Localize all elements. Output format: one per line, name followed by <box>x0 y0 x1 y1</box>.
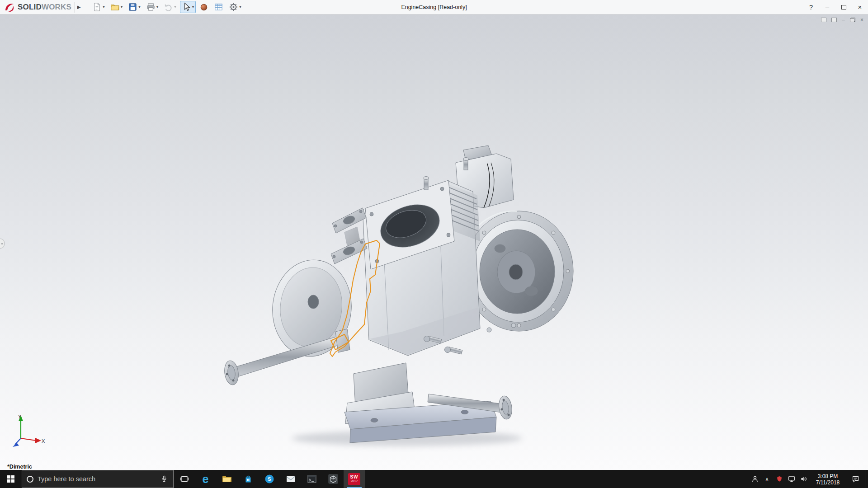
task-view-button[interactable] <box>174 470 195 488</box>
document-window-controls: – × <box>821 17 863 23</box>
appearance-button[interactable] <box>198 1 210 13</box>
svg-text:S: S <box>268 476 271 482</box>
mail-button[interactable] <box>280 470 301 488</box>
file-explorer-icon <box>222 474 232 484</box>
dropdown-caret[interactable]: ▾ <box>138 5 141 9</box>
skype-button[interactable]: S <box>259 470 280 488</box>
volume-button[interactable] <box>797 470 810 488</box>
x-axis-label: X <box>42 438 45 444</box>
mail-icon <box>285 474 296 484</box>
open-button[interactable]: ▾ <box>108 1 125 13</box>
save-icon <box>128 2 137 12</box>
command-prompt-icon <box>307 474 317 484</box>
security-shield-button[interactable] <box>773 470 785 488</box>
cad-utility-button[interactable] <box>322 470 344 488</box>
appearance-icon <box>199 3 208 12</box>
window-controls: ? – × <box>803 0 868 14</box>
options-button[interactable]: ▾ <box>227 1 243 13</box>
microphone-icon[interactable] <box>160 474 169 483</box>
engine-casing-model[interactable] <box>194 127 601 457</box>
options-gear-icon <box>229 2 238 12</box>
open-icon <box>110 2 120 12</box>
solidworks-logo: SOLIDWORKS <box>0 0 74 14</box>
network-icon <box>788 475 796 483</box>
minimize-button[interactable]: – <box>819 0 835 14</box>
document-minimize-button[interactable]: – <box>842 17 845 23</box>
panel-splitter-handle[interactable] <box>0 239 5 249</box>
cad-cube-icon <box>327 473 339 485</box>
dropdown-caret[interactable]: ▾ <box>192 5 194 9</box>
start-button[interactable] <box>0 470 22 488</box>
titlebar: SOLIDWORKS ▶ ▾ ▾ <box>0 0 868 14</box>
solidworks-window: SOLIDWORKS ▶ ▾ ▾ <box>0 0 868 488</box>
maximize-button[interactable] <box>835 0 852 14</box>
security-shield-icon <box>776 475 783 483</box>
people-button[interactable] <box>749 470 761 488</box>
new-document-button[interactable]: ▾ <box>90 1 107 13</box>
orientation-triad: Y X <box>11 413 47 449</box>
print-button[interactable]: ▾ <box>144 1 160 13</box>
show-desktop-button[interactable] <box>865 470 868 488</box>
taskbar-pinned-apps: e S <box>174 470 365 488</box>
solidworks-2017-button[interactable]: SW 2017 <box>344 470 365 488</box>
document-cascade-icon[interactable] <box>831 18 837 22</box>
close-button[interactable]: × <box>852 0 868 14</box>
dropdown-caret[interactable]: ▾ <box>121 5 123 9</box>
clock-date: 7/11/2018 <box>810 479 846 486</box>
new-document-icon <box>92 2 102 12</box>
dropdown-caret[interactable]: ▾ <box>103 5 105 9</box>
dassault-ds-icon <box>4 2 15 13</box>
people-icon <box>751 475 759 483</box>
document-close-button[interactable]: × <box>860 17 863 23</box>
select-tool-button[interactable]: ▾ <box>180 1 196 13</box>
volume-icon <box>800 475 808 483</box>
graphics-viewport[interactable]: – × <box>0 14 868 470</box>
skype-icon: S <box>264 474 275 484</box>
taskbar-clock[interactable]: 3:08 PM 7/11/2018 <box>810 473 846 486</box>
action-center-button[interactable] <box>846 470 865 488</box>
y-axis-label: Y <box>18 414 22 419</box>
quick-access-toolbar: ▾ ▾ ▾ <box>90 1 243 13</box>
undo-button[interactable]: ▾ <box>162 1 178 13</box>
edge-icon: e <box>203 474 209 485</box>
design-table-button[interactable] <box>212 1 225 13</box>
solidworks-2017-icon: SW 2017 <box>348 473 360 485</box>
network-button[interactable] <box>785 470 797 488</box>
help-button[interactable]: ? <box>803 0 819 14</box>
select-cursor-icon <box>182 2 191 12</box>
dropdown-caret[interactable]: ▾ <box>156 5 159 9</box>
design-table-icon <box>214 2 223 12</box>
z-axis-arrow <box>15 438 21 445</box>
undo-icon <box>164 2 173 12</box>
print-icon <box>146 2 156 12</box>
edge-browser-button[interactable]: e <box>195 470 216 488</box>
windows-logo-icon <box>7 475 14 483</box>
hidden-icons-button[interactable]: ∧ <box>761 470 773 488</box>
menu-flyout-arrow[interactable]: ▶ <box>74 2 83 13</box>
document-restore-button[interactable] <box>850 18 855 22</box>
taskbar-search-input[interactable] <box>38 475 156 483</box>
save-button[interactable]: ▾ <box>126 1 142 13</box>
store-icon <box>243 474 254 484</box>
file-explorer-button[interactable] <box>216 470 237 488</box>
taskbar-search[interactable] <box>22 470 174 488</box>
action-center-icon <box>851 475 860 483</box>
system-tray: ∧ 3:08 PM 7/11/2018 <box>749 470 868 488</box>
windows-taskbar: e S <box>0 470 868 488</box>
x-axis-arrow <box>35 438 41 443</box>
maximize-icon <box>841 5 846 9</box>
cortana-icon <box>27 476 33 483</box>
command-prompt-button[interactable] <box>301 470 322 488</box>
clock-time: 3:08 PM <box>810 473 846 479</box>
dropdown-caret[interactable]: ▾ <box>174 5 176 9</box>
store-button[interactable] <box>237 470 259 488</box>
solidworks-wordmark: SOLIDWORKS <box>18 3 71 12</box>
view-orientation-label: *Dimetric <box>7 464 32 470</box>
task-view-icon <box>179 474 189 484</box>
dropdown-caret[interactable]: ▾ <box>239 5 241 9</box>
document-window-icon[interactable] <box>821 18 826 22</box>
document-title: EngineCasing [Read-only] <box>401 4 467 10</box>
model-body <box>223 145 573 443</box>
